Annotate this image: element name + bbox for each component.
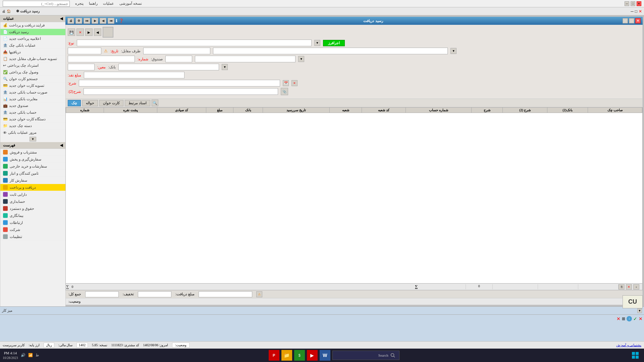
tab-standard-doc[interactable]: اسناد مرتبط: [125, 100, 150, 106]
info-btn[interactable]: ℹ: [116, 18, 117, 23]
fund-name-input[interactable]: صندوق۱: [195, 56, 296, 62]
minimize-icon[interactable]: ─: [631, 9, 634, 14]
win-close-btn[interactable]: ✕: [635, 18, 641, 23]
taskbar-search[interactable]: Search: [332, 351, 399, 360]
app-minimize-btn[interactable]: ─: [625, 1, 629, 6]
fund-arrow[interactable]: ▼: [298, 56, 304, 62]
taskbar-icon-app1[interactable]: ▶: [307, 350, 318, 361]
sidebar-item-bank-statement[interactable]: صورت حساب بانکی جدید 🏦: [0, 89, 65, 96]
sidebar-item-collect-check[interactable]: وصول چک پرداختی ✅: [0, 69, 65, 76]
menu-operations[interactable]: عملیات: [103, 1, 114, 6]
receipt-nav-icon[interactable]: 🏠: [7, 9, 11, 13]
help-btn[interactable]: ❓: [119, 18, 124, 23]
taskbar-icon-files[interactable]: 📁: [281, 350, 292, 361]
workspace-close2[interactable]: ✕: [616, 316, 621, 321]
sidebar-item-card-device[interactable]: دستگاه کارت خوان جدید 💳: [0, 116, 65, 123]
sidebar-item-bank-diff[interactable]: مغایرت بانکی جدید 📊: [0, 96, 65, 103]
counterpart-input[interactable]: [213, 48, 448, 54]
date-pick-btn[interactable]: 📅: [283, 80, 289, 86]
support-link[interactable]: پشتیبانی و آموزش: [616, 343, 641, 347]
search-icon[interactable]: 🔍: [152, 100, 158, 106]
cash-input[interactable]: 0: [84, 72, 184, 78]
global-search-input[interactable]: [3, 1, 70, 7]
operations-section-header[interactable]: ◀ عملیات: [0, 15, 65, 22]
module-payroll[interactable]: حقوق و دستمزد: [0, 205, 65, 212]
prev-record-btn[interactable]: ◀: [94, 28, 101, 36]
win-minimize-btn[interactable]: ─: [623, 18, 628, 23]
account-input[interactable]: 111003: [68, 64, 95, 70]
sidebar-scroll-down[interactable]: ▼: [30, 137, 36, 141]
taskbar-icon-app3[interactable]: P: [269, 350, 279, 361]
sidebar-item-review[interactable]: مرور عملیات بانکی 👁: [0, 129, 65, 136]
workspace-green-check[interactable]: ✓: [633, 316, 637, 321]
description-input[interactable]: شعبه گردانیهای ریالی: [79, 80, 280, 86]
sidebar-item-bank-account[interactable]: حساب بانکی جدید 🏦: [0, 109, 65, 116]
receipt-amount-input[interactable]: [199, 291, 252, 297]
sidebar-item-return-check[interactable]: استرداد چک پرداختی ↩: [0, 62, 65, 69]
sidebar-item-settlement[interactable]: تسویه حساب طرف مقابل جدید 📋: [0, 56, 65, 62]
nav-next-btn[interactable]: ▶: [92, 18, 98, 24]
total-input[interactable]: 0: [85, 291, 119, 297]
discount-input[interactable]: 0: [138, 291, 171, 297]
copy-row-btn[interactable]: ⎘: [619, 284, 625, 290]
workspace-info[interactable]: i: [627, 316, 632, 321]
module-foreign[interactable]: سفارشات و خرید خارجی: [0, 163, 65, 170]
sidebar-item-process[interactable]: فرایند دریافت و پرداخت 💰: [0, 22, 65, 29]
menu-help[interactable]: راهنما: [89, 1, 98, 6]
bank-input[interactable]: [118, 64, 219, 70]
workspace-grid[interactable]: ⊞: [622, 316, 625, 321]
list-section-header[interactable]: ◀ فهرست: [0, 142, 65, 149]
date-clear-btn[interactable]: ✕: [291, 80, 298, 86]
sidebar-item-checkbook[interactable]: دسته چک جدید 📁: [0, 123, 65, 129]
nav-print-btn[interactable]: 🖨: [67, 18, 74, 24]
workspace-expand-btn[interactable]: ▼: [637, 308, 642, 313]
app-close-btn[interactable]: ✕: [637, 1, 641, 6]
type-select-arrow[interactable]: ▼: [314, 40, 320, 46]
sidebar-item-receipt[interactable]: رسید دریافت 📄: [0, 29, 65, 36]
description2-input[interactable]: [84, 88, 278, 95]
nav-prev-btn[interactable]: ◀: [100, 18, 106, 24]
warning-btn[interactable]: ⚠: [256, 291, 262, 297]
module-payments[interactable]: دریافت و پرداخت: [0, 184, 65, 191]
module-comms[interactable]: ارتباطات: [0, 219, 65, 226]
tab-card[interactable]: کارت خوان: [99, 100, 123, 106]
save-btn[interactable]: 💾: [68, 28, 75, 36]
module-company[interactable]: شرکت: [0, 226, 65, 233]
counterpart-code[interactable]: [143, 48, 210, 54]
module-orders[interactable]: سفارش‌گیری و پخش: [0, 156, 65, 163]
bank-arrow[interactable]: ▼: [222, 64, 228, 70]
module-warehouse[interactable]: تامین کنندگان و انبار: [0, 170, 65, 177]
nav-config-btn[interactable]: ⚙: [75, 18, 82, 24]
tab-transfer[interactable]: حواله: [82, 100, 98, 106]
sidebar-item-payment[interactable]: اعلامیه پرداخت جدید 📄: [0, 36, 65, 42]
sidebar-item-fund[interactable]: صندوق جدید 💼: [0, 103, 65, 109]
close-icon[interactable]: ✕: [639, 9, 642, 14]
module-settings[interactable]: تنظیمات: [0, 233, 65, 240]
delete-btn[interactable]: ✕: [76, 28, 84, 36]
counterpart-arrow[interactable]: ▼: [450, 48, 457, 54]
doc-number-input[interactable]: [68, 56, 135, 62]
sidebar-item-bank-ops[interactable]: عملیات بانکی چک 🏦: [0, 42, 65, 49]
execute-btn[interactable]: اجرافرز: [323, 40, 345, 46]
add-row-btn[interactable]: +: [633, 284, 639, 290]
module-sales[interactable]: مشتریاب و فروش: [0, 149, 65, 156]
workspace-red-x[interactable]: ✕: [639, 316, 643, 321]
win-restore-btn[interactable]: □: [629, 18, 634, 23]
module-assets[interactable]: دارایی ثابت: [0, 191, 65, 198]
app-restore-btn[interactable]: □: [631, 1, 635, 6]
module-accounting[interactable]: حسابداری: [0, 198, 65, 205]
nav-last-btn[interactable]: ⏭: [84, 18, 90, 24]
taskbar-icon-word[interactable]: W: [320, 350, 330, 361]
tab-check[interactable]: چک: [68, 100, 81, 106]
module-insurance[interactable]: بیمانگاری: [0, 212, 65, 219]
menu-window[interactable]: پنجره: [75, 1, 84, 6]
taskbar-icon-app2[interactable]: $: [294, 350, 305, 361]
sidebar-item-card-settle[interactable]: تسویه کارت خوان جدید 💳: [0, 82, 65, 89]
fund-code-input[interactable]: 0501: [165, 56, 192, 62]
module-production[interactable]: سفارش کار: [0, 177, 65, 184]
nav-first-btn[interactable]: ⏮: [108, 18, 114, 24]
sidebar-item-receivables[interactable]: دریافتیها 📥: [0, 49, 65, 56]
restore-icon[interactable]: □: [635, 9, 637, 14]
start-button[interactable]: [629, 349, 641, 361]
attach-btn[interactable]: 📎: [281, 88, 288, 95]
